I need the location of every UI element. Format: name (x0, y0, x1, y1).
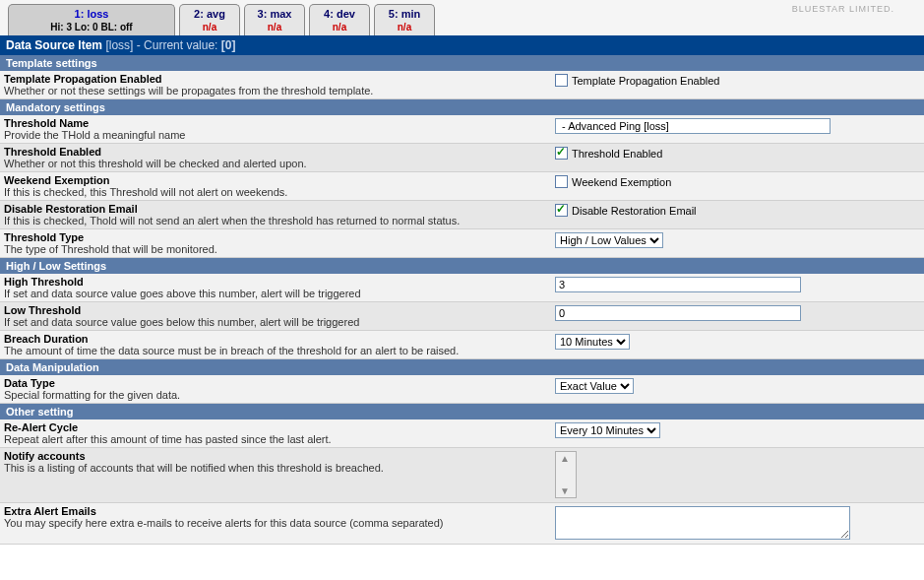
threshold-name-input[interactable] (555, 118, 831, 134)
checkbox-icon (555, 147, 568, 160)
row-data-type: Data Type Special formatting for the giv… (0, 375, 924, 404)
row-desc: This is a listing of accounts that will … (4, 462, 545, 474)
section-highlow: High / Low Settings (0, 258, 924, 274)
row-title: Threshold Name (4, 117, 545, 129)
weekend-exemption-checkbox[interactable]: Weekend Exemption (555, 175, 671, 188)
notify-accounts-list[interactable] (555, 451, 577, 498)
row-weekend-exemption: Weekend Exemption If this is checked, th… (0, 172, 924, 201)
row-threshold-enabled: Threshold Enabled Whether or not this th… (0, 144, 924, 172)
row-breach-duration: Breach Duration The amount of time the d… (0, 331, 924, 359)
row-desc: Repeat alert after this amount of time h… (4, 433, 545, 445)
tab-dev[interactable]: 4: dev n/a (309, 4, 370, 35)
row-template-propagation: Template Propagation Enabled Whether or … (0, 71, 924, 99)
high-threshold-input[interactable] (555, 277, 801, 292)
row-title: Low Threshold (4, 304, 545, 316)
row-desc: Whether or not this threshold will be ch… (4, 158, 545, 169)
page-title: Data Source Item [loss] - Current value:… (0, 35, 924, 55)
template-propagation-checkbox[interactable]: Template Propagation Enabled (555, 74, 719, 87)
row-desc: If set and data source value goes below … (4, 316, 545, 328)
row-desc: If this is checked, this Threshold will … (4, 186, 545, 198)
brand-label: BLUESTAR LIMITED. (792, 2, 894, 14)
extra-alert-emails-input[interactable] (555, 506, 850, 540)
row-desc: You may specify here extra e-mails to re… (4, 517, 545, 529)
checkbox-icon (555, 74, 568, 87)
tab-avg[interactable]: 2: avg n/a (179, 4, 240, 35)
row-threshold-type: Threshold Type The type of Threshold tha… (0, 229, 924, 258)
row-desc: The amount of time the data source must … (4, 345, 545, 356)
row-desc: If set and data source value goes above … (4, 288, 545, 299)
row-title: Re-Alert Cycle (4, 421, 545, 433)
row-desc: Whether or not these settings will be pr… (4, 85, 545, 97)
row-low-threshold: Low Threshold If set and data source val… (0, 302, 924, 331)
tabs: 1: loss Hi: 3 Lo: 0 BL: off 2: avg n/a 3… (8, 4, 435, 35)
checkbox-icon (555, 175, 568, 188)
row-title: Weekend Exemption (4, 174, 545, 186)
row-high-threshold: High Threshold If set and data source va… (0, 274, 924, 302)
low-threshold-input[interactable] (555, 305, 801, 321)
row-disable-restoration: Disable Restoration Email If this is che… (0, 201, 924, 229)
disable-restoration-checkbox[interactable]: Disable Restoration Email (555, 204, 697, 217)
row-title: Template Propagation Enabled (4, 73, 545, 85)
section-other: Other setting (0, 404, 924, 419)
row-desc: The type of Threshold that will be monit… (4, 243, 545, 255)
realert-cycle-select[interactable]: Every 10 Minutes (555, 422, 660, 438)
threshold-enabled-checkbox[interactable]: Threshold Enabled (555, 147, 662, 160)
row-extra-alert-emails: Extra Alert Emails You may specify here … (0, 503, 924, 545)
tab-loss[interactable]: 1: loss Hi: 3 Lo: 0 BL: off (8, 4, 175, 35)
row-desc: Provide the THold a meaningful name (4, 129, 545, 141)
row-title: Extra Alert Emails (4, 505, 545, 517)
section-mandatory: Mandatory settings (0, 99, 924, 115)
breach-duration-select[interactable]: 10 Minutes (555, 334, 630, 350)
row-title: Notify accounts (4, 450, 545, 462)
data-type-select[interactable]: Exact Value (555, 378, 634, 394)
tab-min[interactable]: 5: min n/a (374, 4, 435, 35)
tab-max[interactable]: 3: max n/a (244, 4, 305, 35)
row-title: Breach Duration (4, 333, 545, 345)
row-desc: Special formatting for the given data. (4, 389, 545, 401)
checkbox-icon (555, 204, 568, 217)
row-title: Disable Restoration Email (4, 203, 545, 215)
row-title: Threshold Type (4, 231, 545, 243)
section-template: Template settings (0, 55, 924, 71)
section-datamanip: Data Manipulation (0, 359, 924, 375)
row-title: High Threshold (4, 276, 545, 288)
threshold-type-select[interactable]: High / Low Values (555, 232, 663, 248)
row-title: Threshold Enabled (4, 146, 545, 158)
row-notify-accounts: Notify accounts This is a listing of acc… (0, 448, 924, 503)
row-desc: If this is checked, Thold will not send … (4, 215, 545, 226)
row-realert-cycle: Re-Alert Cycle Repeat alert after this a… (0, 419, 924, 448)
row-threshold-name: Threshold Name Provide the THold a meani… (0, 115, 924, 144)
row-title: Data Type (4, 377, 545, 389)
